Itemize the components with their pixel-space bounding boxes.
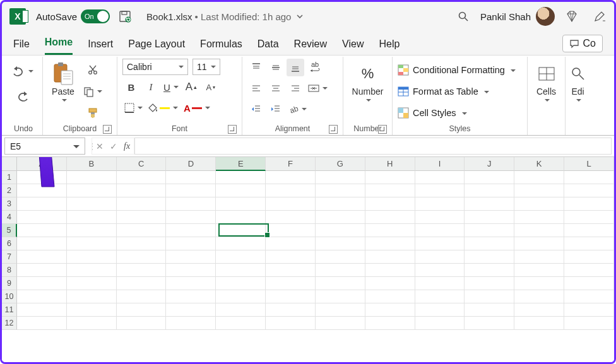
cell-K9[interactable] [514,277,564,290]
bold-button[interactable]: B [122,78,140,96]
cell-B7[interactable] [67,250,117,264]
number-dialog-launcher[interactable] [378,125,387,134]
cell-B9[interactable] [67,277,117,290]
font-dialog-launcher[interactable] [228,125,237,134]
enter-formula-icon[interactable]: ✓ [110,141,117,151]
cell-I7[interactable] [415,250,465,264]
cell-L6[interactable] [564,237,614,250]
cell-G5[interactable] [316,224,365,237]
font-name-select[interactable]: Calibri [122,59,188,75]
cell-C6[interactable] [117,237,167,250]
cell-J2[interactable] [465,184,514,197]
align-bottom-button[interactable] [287,59,304,76]
cell-F3[interactable] [266,197,316,211]
cell-G7[interactable] [316,250,365,264]
cell-F1[interactable] [266,171,316,184]
align-left-button[interactable] [247,79,265,97]
font-size-select[interactable]: 11 [192,59,220,75]
cell-A7[interactable] [17,250,67,264]
alignment-dialog-launcher[interactable] [329,125,338,134]
cell-K4[interactable] [514,211,564,224]
cell-E12[interactable] [216,317,266,330]
cell-J8[interactable] [465,264,514,277]
tab-help[interactable]: Help [379,38,400,55]
underline-button[interactable]: U [162,78,181,96]
col-header-J[interactable]: J [465,157,514,171]
cell-H3[interactable] [365,197,415,211]
cell-I10[interactable] [415,290,465,303]
cell-L9[interactable] [564,277,614,290]
worksheet[interactable]: 123456789101112 ABCDEFGHIJKL [2,157,614,362]
cell-G12[interactable] [316,317,365,330]
save-icon[interactable] [116,8,134,25]
cell-I3[interactable] [415,197,465,211]
cell-C5[interactable] [117,224,167,237]
formula-input[interactable] [134,138,612,155]
cell-C8[interactable] [117,264,167,277]
cell-B1[interactable] [67,171,117,184]
tab-data[interactable]: Data [258,38,279,55]
cell-D9[interactable] [166,277,216,290]
search-icon[interactable] [453,6,474,27]
cell-G8[interactable] [316,264,365,277]
row-header-1[interactable]: 1 [2,171,17,184]
cells-button[interactable]: Cells [533,59,560,103]
editing-button[interactable]: Edi [567,59,589,103]
tab-review[interactable]: Review [294,38,327,55]
row-header-3[interactable]: 3 [2,197,17,211]
cell-B4[interactable] [67,211,117,224]
cell-G10[interactable] [316,290,365,303]
cell-D1[interactable] [166,171,216,184]
cell-B11[interactable] [67,303,117,317]
copy-button[interactable] [81,83,104,100]
cell-L4[interactable] [564,211,614,224]
cell-J12[interactable] [465,317,514,330]
cell-A9[interactable] [17,277,67,290]
cell-E6[interactable] [216,237,266,250]
cell-L5[interactable] [564,224,614,237]
cell-C1[interactable] [117,171,167,184]
cell-H8[interactable] [365,264,415,277]
format-as-table-button[interactable]: Format as Table [398,83,516,100]
diamond-premium-icon[interactable] [561,6,583,27]
paste-button[interactable]: Paste [48,59,78,103]
col-header-I[interactable]: I [415,157,465,171]
redo-button[interactable] [9,88,35,105]
cell-B10[interactable] [67,290,117,303]
merge-center-button[interactable] [306,79,329,97]
cell-K6[interactable] [514,237,564,250]
cell-J3[interactable] [465,197,514,211]
wrap-text-button[interactable]: ab [306,59,324,76]
font-color-button[interactable]: A [182,99,212,117]
tab-insert[interactable]: Insert [88,38,113,55]
cell-E3[interactable] [216,197,266,211]
row-header-4[interactable]: 4 [2,211,17,224]
col-header-D[interactable]: D [166,157,216,171]
cell-E7[interactable] [216,250,266,264]
cell-I12[interactable] [415,317,465,330]
cell-C10[interactable] [117,290,167,303]
increase-indent-button[interactable] [267,100,285,118]
cell-F9[interactable] [266,277,316,290]
cell-D12[interactable] [166,317,216,330]
cell-E8[interactable] [216,264,266,277]
cell-L1[interactable] [564,171,614,184]
row-header-11[interactable]: 11 [2,303,17,317]
cell-K8[interactable] [514,264,564,277]
cell-H6[interactable] [365,237,415,250]
cell-A4[interactable] [17,211,67,224]
cell-J4[interactable] [465,211,514,224]
row-header-7[interactable]: 7 [2,250,17,264]
cell-C9[interactable] [117,277,167,290]
cell-I6[interactable] [415,237,465,250]
cell-G1[interactable] [316,171,365,184]
cell-A8[interactable] [17,264,67,277]
cell-styles-button[interactable]: Cell Styles [398,104,516,122]
cell-J9[interactable] [465,277,514,290]
cell-C2[interactable] [117,184,167,197]
cell-F11[interactable] [266,303,316,317]
cell-H5[interactable] [365,224,415,237]
cell-H12[interactable] [365,317,415,330]
cell-F6[interactable] [266,237,316,250]
row-header-9[interactable]: 9 [2,277,17,290]
